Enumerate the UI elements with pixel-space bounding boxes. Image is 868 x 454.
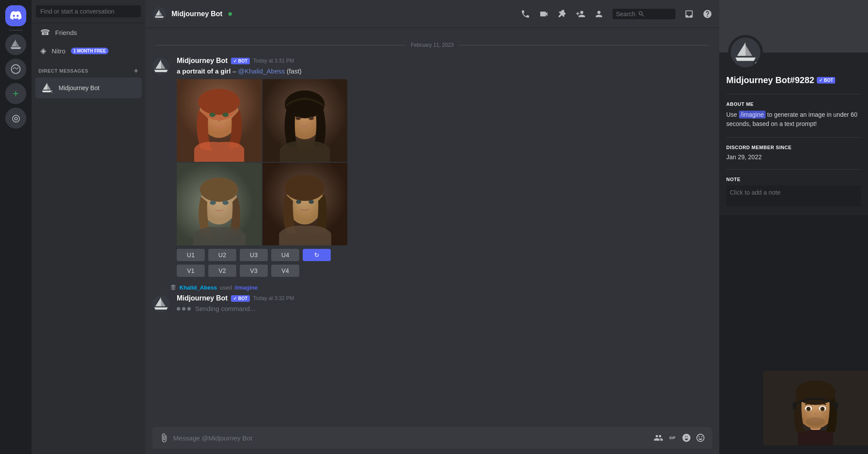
add-server-button[interactable]: +: [5, 83, 26, 104]
midjourney-status-indicator: [50, 91, 54, 95]
upscale-2-button[interactable]: U2: [208, 249, 236, 261]
online-status-indicator: [228, 12, 232, 16]
system-command: /imagine: [234, 284, 258, 291]
bot-badge-1: ✓ BOT: [231, 58, 249, 64]
icon-bar: + ◎: [0, 0, 32, 454]
friends-label: Friends: [55, 29, 77, 36]
emoji-icon[interactable]: [696, 433, 705, 443]
explore-servers-button[interactable]: ◎: [5, 108, 26, 129]
svg-point-7: [222, 113, 228, 117]
friends-icon: ☎: [40, 28, 50, 37]
add-friend-button[interactable]: [576, 9, 585, 19]
nitro-badge: 1 MONTH FREE: [71, 48, 108, 54]
new-dm-button[interactable]: +: [134, 67, 138, 75]
image-cell-4[interactable]: [262, 163, 347, 245]
message-content-1: Midjourney Bot ✓ BOT Today at 3:31 PM a …: [177, 57, 712, 277]
chat-search-box[interactable]: Search: [612, 9, 676, 19]
svg-rect-32: [793, 402, 796, 409]
note-section: NOTE: [726, 169, 861, 208]
direct-messages-label: DIRECT MESSAGES: [38, 68, 88, 73]
people-icon[interactable]: [654, 433, 663, 443]
variation-4-button[interactable]: V4: [271, 265, 299, 277]
sticker-icon[interactable]: [682, 433, 691, 443]
chat-messages-container: February 11, 2023 Midjourney Bot ✓ BOT: [145, 28, 719, 422]
search-placeholder-text: Search: [616, 10, 635, 17]
video-call-thumbnail[interactable]: [763, 371, 868, 445]
midjourney-bot-name: Midjourney Bot: [59, 84, 99, 91]
svg-point-6: [210, 113, 216, 117]
person-silhouette: [763, 371, 868, 445]
variation-1-button[interactable]: V1: [177, 265, 205, 277]
video-content: [763, 371, 868, 445]
image-cell-1[interactable]: [177, 79, 262, 162]
chat-input-box: [152, 427, 712, 449]
upscale-4-button[interactable]: U4: [271, 249, 299, 261]
inbox-button[interactable]: [684, 9, 694, 19]
svg-point-29: [806, 407, 811, 411]
svg-point-21: [296, 200, 301, 204]
image-cell-2[interactable]: [262, 79, 347, 162]
search-icon: [638, 10, 645, 17]
nitro-nav-item[interactable]: ◈ Nitro 1 MONTH FREE: [35, 42, 142, 59]
svg-point-30: [820, 407, 825, 411]
dm-sidebar: ☎ Friends ◈ Nitro 1 MONTH FREE DIRECT ME…: [32, 0, 145, 454]
variation-2-button[interactable]: V2: [208, 265, 236, 277]
date-divider-text: February 11, 2023: [406, 42, 459, 48]
refresh-button[interactable]: ↻: [303, 249, 331, 261]
message-mention: @Khalid_Abess: [238, 67, 285, 75]
find-conversation-input[interactable]: [36, 5, 141, 17]
message-separator: –: [233, 67, 238, 75]
svg-point-22: [308, 200, 314, 204]
about-me-pre: Use: [726, 111, 739, 118]
variation-3-button[interactable]: V3: [240, 265, 268, 277]
message-input[interactable]: [173, 434, 649, 442]
gif-icon[interactable]: [668, 433, 677, 443]
svg-point-11: [296, 117, 301, 120]
svg-point-31: [806, 417, 825, 426]
about-me-text: Use /imagine to generate an image in und…: [726, 110, 861, 129]
profile-avatar-large: [728, 35, 763, 70]
dot-2: [182, 307, 186, 311]
chat-header-actions: Search: [521, 9, 712, 19]
midjourney-bot-avatar: [40, 81, 54, 95]
chat-header: Midjourney Bot: [145, 0, 719, 28]
about-me-title: ABOUT ME: [726, 101, 861, 107]
svg-rect-33: [835, 402, 838, 409]
checkmark-icon-2: ✓: [233, 296, 237, 301]
chat-input-area: [145, 422, 719, 454]
message-avatar-1: [152, 58, 170, 75]
profile-button[interactable]: [594, 9, 604, 19]
help-button[interactable]: [703, 9, 712, 19]
sending-message: Sending command...: [177, 304, 712, 313]
server-ai-button[interactable]: [5, 59, 26, 80]
call-button[interactable]: [521, 9, 530, 19]
svg-point-0: [11, 46, 20, 48]
svg-point-17: [222, 201, 228, 205]
note-input[interactable]: [726, 185, 861, 206]
plus-icon: +: [13, 87, 19, 100]
right-panel: Midjourney Bot#9282 ✓ BOT ABOUT ME Use /…: [719, 0, 868, 454]
server-sailboat-button[interactable]: [5, 34, 26, 55]
chat-header-bot-avatar: [152, 7, 166, 21]
midjourney-bot-dm-item[interactable]: Midjourney Bot: [35, 77, 142, 98]
pin-message-button[interactable]: [557, 9, 567, 19]
upscale-1-button[interactable]: U1: [177, 249, 205, 261]
checkmark-icon: ✓: [233, 59, 237, 63]
member-since-date: Jan 29, 2022: [726, 154, 861, 161]
date-divider: February 11, 2023: [156, 42, 709, 48]
discord-home-button[interactable]: [5, 5, 26, 26]
attach-icon[interactable]: [159, 433, 169, 443]
message-group-1: Midjourney Bot ✓ BOT Today at 3:31 PM a …: [145, 55, 719, 279]
svg-point-1: [11, 65, 20, 73]
note-title: NOTE: [726, 177, 861, 182]
bot-label: BOT: [238, 59, 247, 63]
message-author-1: Midjourney Bot: [177, 57, 228, 65]
image-cell-3[interactable]: [177, 163, 262, 245]
video-call-button[interactable]: [539, 9, 549, 19]
friends-nav-item[interactable]: ☎ Friends: [35, 24, 142, 41]
message-group-2: Midjourney Bot ✓ BOT Today at 3:32 PM Se…: [145, 293, 719, 315]
variation-buttons-row: V1 V2 V3 V4: [177, 265, 712, 277]
upscale-3-button[interactable]: U3: [240, 249, 268, 261]
dot-3: [187, 307, 191, 311]
message-timestamp-1: Today at 3:31 PM: [253, 58, 294, 64]
